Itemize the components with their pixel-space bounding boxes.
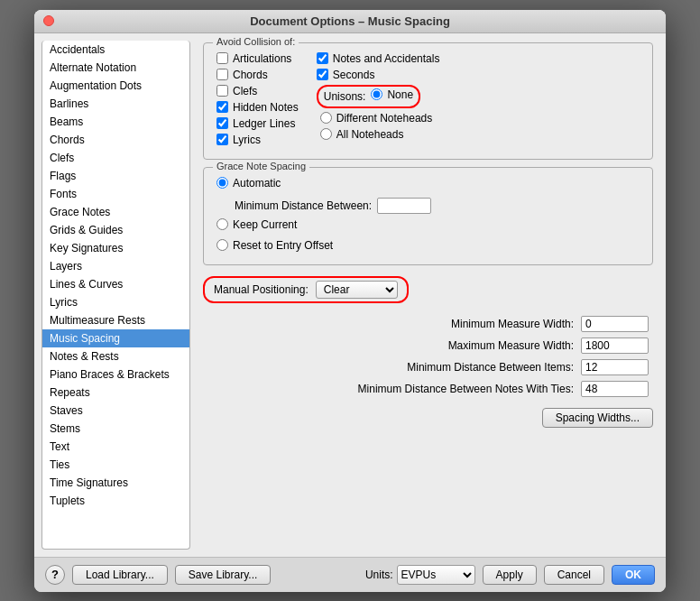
measure-field-input[interactable] (581, 316, 649, 332)
content-area: AccidentalsAlternate NotationAugmentatio… (34, 33, 666, 557)
sidebar-item-key-signatures[interactable]: Key Signatures (42, 239, 189, 257)
close-button[interactable] (43, 15, 54, 26)
sidebar-item-layers[interactable]: Layers (42, 257, 189, 275)
unisons-row: Unisons: None (317, 85, 420, 108)
automatic-row: Automatic (216, 177, 640, 190)
sidebar-item-text[interactable]: Text (42, 438, 189, 456)
avoid-collision-right-col: Notes and AccidentalsSeconds Unisons: No… (317, 52, 440, 150)
checkbox-row-articulations: Articulations (216, 52, 299, 65)
sidebar-item-lyrics[interactable]: Lyrics (42, 293, 189, 311)
measure-field-input[interactable] (581, 337, 649, 354)
sidebar-item-clefs[interactable]: Clefs (42, 149, 189, 167)
sidebar-item-staves[interactable]: Staves (42, 402, 189, 420)
checkbox-label-notes-and-accidentals: Notes and Accidentals (333, 52, 440, 65)
min-distance-input[interactable]: 12 (377, 198, 431, 214)
avoid-collision-label: Avoid Collision of: (213, 36, 299, 47)
unisons-none-row: None (371, 88, 413, 101)
cancel-button[interactable]: Cancel (544, 565, 604, 585)
measure-fields-grid: Minimum Measure Width:Maximum Measure Wi… (203, 316, 653, 397)
keep-current-row: Keep Current (216, 218, 640, 231)
sidebar: AccidentalsAlternate NotationAugmentatio… (41, 41, 190, 550)
sidebar-item-lines---curves[interactable]: Lines & Curves (42, 275, 189, 293)
checkbox-seconds[interactable] (317, 69, 328, 80)
measure-field-label: Minimum Measure Width: (203, 318, 574, 330)
sidebar-item-ties[interactable]: Ties (42, 456, 189, 474)
sidebar-item-notes---rests[interactable]: Notes & Rests (42, 347, 189, 365)
checkbox-ledger-lines[interactable] (216, 117, 228, 129)
checkbox-articulations[interactable] (216, 52, 228, 64)
checkbox-label-articulations: Articulations (233, 52, 291, 65)
checkbox-label-clefs: Clefs (233, 85, 257, 97)
checkbox-row-clefs: Clefs (216, 85, 299, 97)
sidebar-item-time-signatures[interactable]: Time Signatures (42, 474, 189, 492)
sidebar-item-grace-notes[interactable]: Grace Notes (42, 203, 189, 221)
sidebar-item-augmentation-dots[interactable]: Augmentation Dots (42, 77, 189, 95)
checkbox-chords[interactable] (216, 69, 228, 80)
manual-positioning-row: Manual Positioning: ClearIncorporateIgno… (203, 276, 409, 303)
min-distance-label: Minimum Distance Between: (235, 199, 372, 212)
checkbox-row-seconds: Seconds (317, 69, 440, 81)
help-button[interactable]: ? (45, 565, 65, 585)
save-library-button[interactable]: Save Library... (175, 565, 271, 585)
sidebar-item-barlines[interactable]: Barlines (42, 95, 189, 113)
sidebar-item-chords[interactable]: Chords (42, 131, 189, 149)
reset-offset-label: Reset to Entry Offset (233, 239, 333, 252)
measure-field-input[interactable] (581, 359, 649, 375)
bottom-bar-right: Units: EVPUsInchesCentimetersPointsPicas… (365, 565, 655, 585)
unisons-none-label: None (387, 88, 413, 101)
titlebar: Document Options – Music Spacing (34, 10, 666, 33)
unisons-all-radio[interactable] (320, 128, 332, 140)
keep-current-radio[interactable] (216, 218, 228, 230)
checkbox-notes-and-accidentals[interactable] (317, 52, 328, 64)
measure-field-label: Minimum Distance Between Items: (203, 361, 574, 374)
measure-field-label: Minimum Distance Between Notes With Ties… (203, 383, 574, 395)
sidebar-item-multimeasure-rests[interactable]: Multimeasure Rests (42, 311, 189, 329)
unisons-different-label: Different Noteheads (336, 112, 433, 125)
sidebar-item-tuplets[interactable]: Tuplets (42, 492, 189, 510)
avoid-collision-group: Avoid Collision of: ArticulationsChordsC… (203, 42, 653, 160)
checkbox-label-seconds: Seconds (333, 69, 375, 81)
units-row: Units: EVPUsInchesCentimetersPointsPicas… (365, 565, 475, 585)
apply-button[interactable]: Apply (483, 565, 537, 585)
measure-field-label: Maximum Measure Width: (203, 339, 574, 352)
different-noteheads-row: Different Noteheads (320, 112, 440, 125)
sidebar-item-accidentals[interactable]: Accidentals (42, 41, 189, 59)
units-select[interactable]: EVPUsInchesCentimetersPointsPicasSpaces (397, 565, 475, 585)
sidebar-item-flags[interactable]: Flags (42, 167, 189, 185)
sidebar-item-repeats[interactable]: Repeats (42, 384, 189, 402)
checkbox-row-lyrics: Lyrics (216, 134, 299, 146)
unisons-different-radio[interactable] (320, 112, 332, 124)
grace-note-section: Automatic Minimum Distance Between: 12 K… (216, 177, 640, 255)
sidebar-item-fonts[interactable]: Fonts (42, 185, 189, 203)
window-title: Document Options – Music Spacing (250, 14, 450, 28)
manual-positioning-container: Manual Positioning: ClearIncorporateIgno… (203, 273, 653, 303)
checkbox-lyrics[interactable] (216, 134, 228, 145)
manual-positioning-label: Manual Positioning: (214, 283, 309, 296)
spacing-widths-button[interactable]: Spacing Widths... (542, 408, 653, 428)
manual-positioning-select[interactable]: ClearIncorporateIgnore (316, 281, 398, 299)
sidebar-item-grids---guides[interactable]: Grids & Guides (42, 221, 189, 239)
load-library-button[interactable]: Load Library... (72, 565, 168, 585)
avoid-collision-cols: ArticulationsChordsClefsHidden NotesLedg… (216, 52, 640, 150)
checkbox-row-ledger-lines: Ledger Lines (216, 117, 299, 130)
units-label: Units: (365, 569, 393, 581)
sidebar-item-music-spacing[interactable]: Music Spacing (42, 329, 189, 347)
checkbox-row-notes-and-accidentals: Notes and Accidentals (317, 52, 440, 65)
checkbox-label-ledger-lines: Ledger Lines (233, 117, 295, 130)
grace-note-label: Grace Note Spacing (213, 161, 309, 171)
sidebar-item-beams[interactable]: Beams (42, 113, 189, 131)
sidebar-item-alternate-notation[interactable]: Alternate Notation (42, 59, 189, 77)
checkbox-hidden-notes[interactable] (216, 101, 228, 113)
ok-button[interactable]: OK (612, 565, 655, 585)
bottom-bar: ? Load Library... Save Library... Units:… (34, 557, 666, 592)
all-noteheads-row: All Noteheads (320, 128, 440, 141)
checkbox-label-hidden-notes: Hidden Notes (233, 101, 299, 114)
checkbox-clefs[interactable] (216, 85, 228, 97)
unisons-none-radio[interactable] (371, 88, 382, 100)
sidebar-item-stems[interactable]: Stems (42, 420, 189, 438)
measure-field-input[interactable] (581, 381, 649, 397)
avoid-collision-left-col: ArticulationsChordsClefsHidden NotesLedg… (216, 52, 299, 150)
automatic-radio[interactable] (216, 177, 228, 189)
sidebar-item-piano-braces---brackets[interactable]: Piano Braces & Brackets (42, 365, 189, 384)
reset-offset-radio[interactable] (216, 239, 228, 251)
